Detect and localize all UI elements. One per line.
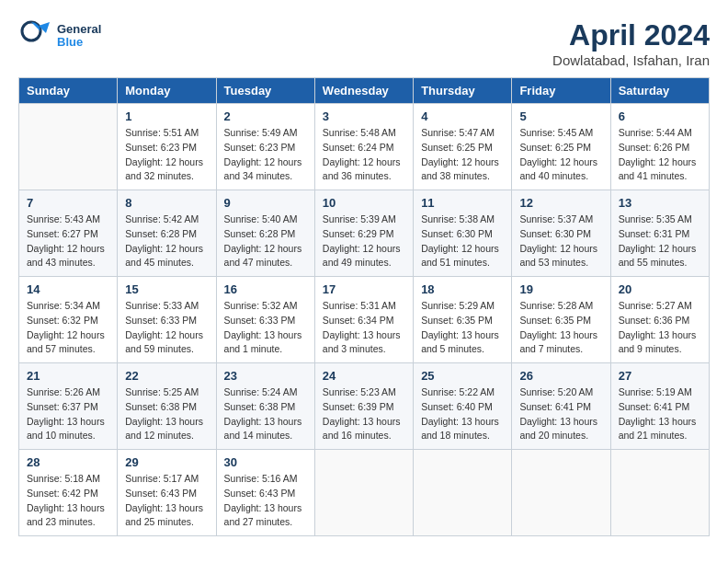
calendar-cell: 9Sunrise: 5:40 AMSunset: 6:28 PMDaylight… [216, 190, 314, 277]
day-details: Sunrise: 5:27 AMSunset: 6:36 PMDaylight:… [619, 299, 701, 357]
day-details: Sunrise: 5:24 AMSunset: 6:38 PMDaylight:… [224, 385, 307, 443]
day-number: 5 [519, 109, 602, 123]
day-number: 14 [27, 282, 109, 296]
day-number: 24 [323, 369, 405, 383]
day-details: Sunrise: 5:44 AMSunset: 6:26 PMDaylight:… [619, 126, 701, 184]
calendar-cell: 26Sunrise: 5:20 AMSunset: 6:41 PMDayligh… [512, 363, 610, 450]
day-number: 30 [224, 455, 307, 469]
day-number: 22 [125, 369, 208, 383]
day-number: 8 [125, 196, 208, 210]
day-details: Sunrise: 5:43 AMSunset: 6:27 PMDaylight:… [27, 213, 109, 270]
day-number: 20 [619, 282, 701, 296]
calendar-week-row: 14Sunrise: 5:34 AMSunset: 6:32 PMDayligh… [19, 277, 710, 363]
day-details: Sunrise: 5:42 AMSunset: 6:28 PMDaylight:… [125, 213, 208, 270]
calendar-cell: 25Sunrise: 5:22 AMSunset: 6:40 PMDayligh… [414, 363, 512, 450]
day-details: Sunrise: 5:31 AMSunset: 6:34 PMDaylight:… [323, 299, 405, 357]
day-number: 11 [421, 196, 504, 210]
day-number: 4 [421, 109, 504, 123]
day-number: 19 [519, 282, 602, 296]
calendar-week-row: 1Sunrise: 5:51 AMSunset: 6:23 PMDaylight… [19, 104, 710, 190]
calendar-header-thursday: Thursday [414, 78, 512, 104]
day-number: 12 [519, 196, 602, 210]
day-details: Sunrise: 5:28 AMSunset: 6:35 PMDaylight:… [519, 299, 602, 357]
calendar-cell: 16Sunrise: 5:32 AMSunset: 6:33 PMDayligh… [216, 277, 314, 363]
calendar-week-row: 7Sunrise: 5:43 AMSunset: 6:27 PMDaylight… [19, 190, 710, 277]
calendar-cell [610, 450, 709, 536]
day-number: 2 [224, 109, 307, 123]
calendar-cell: 5Sunrise: 5:45 AMSunset: 6:25 PMDaylight… [512, 104, 610, 190]
calendar-cell: 22Sunrise: 5:25 AMSunset: 6:38 PMDayligh… [118, 363, 216, 450]
day-details: Sunrise: 5:38 AMSunset: 6:30 PMDaylight:… [421, 213, 504, 270]
calendar-cell: 11Sunrise: 5:38 AMSunset: 6:30 PMDayligh… [414, 190, 512, 277]
day-number: 21 [27, 369, 109, 383]
calendar-header-friday: Friday [512, 78, 610, 104]
day-number: 26 [519, 369, 602, 383]
day-details: Sunrise: 5:35 AMSunset: 6:31 PMDaylight:… [619, 213, 701, 270]
calendar-cell: 14Sunrise: 5:34 AMSunset: 6:32 PMDayligh… [19, 277, 118, 363]
day-details: Sunrise: 5:26 AMSunset: 6:37 PMDaylight:… [27, 385, 109, 443]
day-details: Sunrise: 5:16 AMSunset: 6:43 PMDaylight:… [224, 472, 307, 530]
day-number: 17 [323, 282, 405, 296]
day-number: 29 [125, 455, 208, 469]
day-details: Sunrise: 5:25 AMSunset: 6:38 PMDaylight:… [125, 385, 208, 443]
calendar-header-sunday: Sunday [19, 78, 118, 104]
calendar-header-wednesday: Wednesday [314, 78, 413, 104]
calendar-cell [314, 450, 413, 536]
day-details: Sunrise: 5:45 AMSunset: 6:25 PMDaylight:… [519, 126, 602, 184]
calendar-cell: 10Sunrise: 5:39 AMSunset: 6:29 PMDayligh… [314, 190, 413, 277]
calendar-table: SundayMondayTuesdayWednesdayThursdayFrid… [18, 77, 710, 536]
day-number: 25 [421, 369, 504, 383]
calendar-cell [414, 450, 512, 536]
calendar-cell: 28Sunrise: 5:18 AMSunset: 6:42 PMDayligh… [19, 450, 118, 536]
day-number: 27 [619, 369, 701, 383]
day-number: 23 [224, 369, 307, 383]
day-details: Sunrise: 5:33 AMSunset: 6:33 PMDaylight:… [125, 299, 208, 357]
calendar-cell: 8Sunrise: 5:42 AMSunset: 6:28 PMDaylight… [118, 190, 216, 277]
day-details: Sunrise: 5:23 AMSunset: 6:39 PMDaylight:… [323, 385, 405, 443]
day-number: 10 [323, 196, 405, 210]
calendar-cell: 3Sunrise: 5:48 AMSunset: 6:24 PMDaylight… [314, 104, 413, 190]
calendar-cell: 24Sunrise: 5:23 AMSunset: 6:39 PMDayligh… [314, 363, 413, 450]
day-number: 15 [125, 282, 208, 296]
day-details: Sunrise: 5:22 AMSunset: 6:40 PMDaylight:… [421, 385, 504, 443]
calendar-header-row: SundayMondayTuesdayWednesdayThursdayFrid… [19, 78, 710, 104]
day-number: 3 [323, 109, 405, 123]
day-details: Sunrise: 5:48 AMSunset: 6:24 PMDaylight:… [323, 126, 405, 184]
calendar-cell: 7Sunrise: 5:43 AMSunset: 6:27 PMDaylight… [19, 190, 118, 277]
page-header: General Blue April 2024 Dowlatabad, Isfa… [18, 18, 710, 68]
calendar-cell: 6Sunrise: 5:44 AMSunset: 6:26 PMDaylight… [610, 104, 709, 190]
calendar-header-saturday: Saturday [610, 78, 709, 104]
calendar-cell: 18Sunrise: 5:29 AMSunset: 6:35 PMDayligh… [414, 277, 512, 363]
day-details: Sunrise: 5:39 AMSunset: 6:29 PMDaylight:… [323, 213, 405, 270]
month-year-title: April 2024 [552, 18, 710, 52]
calendar-cell: 21Sunrise: 5:26 AMSunset: 6:37 PMDayligh… [19, 363, 118, 450]
calendar-header-monday: Monday [118, 78, 216, 104]
calendar-cell: 15Sunrise: 5:33 AMSunset: 6:33 PMDayligh… [118, 277, 216, 363]
day-details: Sunrise: 5:34 AMSunset: 6:32 PMDaylight:… [27, 299, 109, 357]
day-details: Sunrise: 5:51 AMSunset: 6:23 PMDaylight:… [125, 126, 208, 184]
logo: General Blue [18, 18, 101, 53]
calendar-cell: 23Sunrise: 5:24 AMSunset: 6:38 PMDayligh… [216, 363, 314, 450]
calendar-week-row: 28Sunrise: 5:18 AMSunset: 6:42 PMDayligh… [19, 450, 710, 536]
calendar-cell [512, 450, 610, 536]
title-area: April 2024 Dowlatabad, Isfahan, Iran [552, 18, 710, 68]
day-details: Sunrise: 5:19 AMSunset: 6:41 PMDaylight:… [619, 385, 701, 443]
day-details: Sunrise: 5:18 AMSunset: 6:42 PMDaylight:… [27, 472, 109, 530]
calendar-cell: 27Sunrise: 5:19 AMSunset: 6:41 PMDayligh… [610, 363, 709, 450]
calendar-cell: 12Sunrise: 5:37 AMSunset: 6:30 PMDayligh… [512, 190, 610, 277]
calendar-cell: 4Sunrise: 5:47 AMSunset: 6:25 PMDaylight… [414, 104, 512, 190]
calendar-cell: 13Sunrise: 5:35 AMSunset: 6:31 PMDayligh… [610, 190, 709, 277]
location-title: Dowlatabad, Isfahan, Iran [552, 52, 710, 68]
day-details: Sunrise: 5:47 AMSunset: 6:25 PMDaylight:… [421, 126, 504, 184]
calendar-week-row: 21Sunrise: 5:26 AMSunset: 6:37 PMDayligh… [19, 363, 710, 450]
calendar-cell: 29Sunrise: 5:17 AMSunset: 6:43 PMDayligh… [118, 450, 216, 536]
day-number: 16 [224, 282, 307, 296]
day-details: Sunrise: 5:17 AMSunset: 6:43 PMDaylight:… [125, 472, 208, 530]
day-number: 18 [421, 282, 504, 296]
logo-general: General [57, 23, 101, 36]
day-details: Sunrise: 5:37 AMSunset: 6:30 PMDaylight:… [519, 213, 602, 270]
calendar-cell: 2Sunrise: 5:49 AMSunset: 6:23 PMDaylight… [216, 104, 314, 190]
logo-blue: Blue [57, 36, 101, 49]
calendar-cell: 1Sunrise: 5:51 AMSunset: 6:23 PMDaylight… [118, 104, 216, 190]
calendar-cell: 20Sunrise: 5:27 AMSunset: 6:36 PMDayligh… [610, 277, 709, 363]
